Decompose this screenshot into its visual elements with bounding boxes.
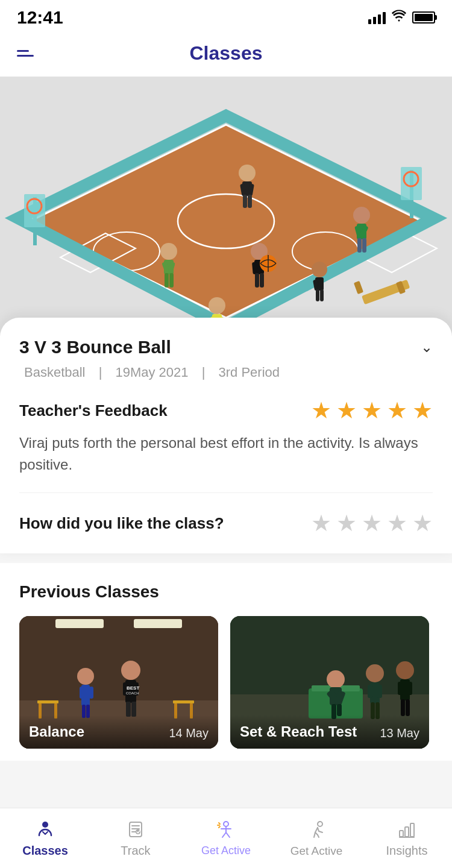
class-header: 3 V 3 Bounce Ball ⌄ <box>19 337 433 357</box>
svg-rect-24 <box>243 195 247 208</box>
svg-rect-103 <box>407 682 412 695</box>
svg-rect-56 <box>357 238 362 253</box>
class-card-reach[interactable]: Set & Reach Test 13 May <box>230 616 429 749</box>
svg-point-52 <box>353 207 370 224</box>
svg-text:BEST: BEST <box>127 685 139 691</box>
status-icons <box>368 10 435 25</box>
wifi-icon <box>392 10 406 25</box>
svg-rect-31 <box>169 273 174 288</box>
content-card: 3 V 3 Bounce Ball ⌄ Basketball | 19May 2… <box>0 318 452 553</box>
svg-rect-93 <box>337 704 342 716</box>
svg-text:COACH: COACH <box>126 691 139 695</box>
svg-rect-62 <box>134 619 182 628</box>
svg-rect-72 <box>89 687 93 699</box>
svg-rect-43 <box>260 273 264 288</box>
svg-point-26 <box>160 243 177 260</box>
class-date: 19May 2021 <box>115 365 188 380</box>
user-star-2[interactable]: ★ <box>336 510 357 536</box>
class-meta: Basketball | 19May 2021 | 3rd Period <box>19 365 433 380</box>
menu-button[interactable] <box>17 50 34 57</box>
battery-icon <box>412 11 435 24</box>
svg-rect-42 <box>255 273 259 288</box>
card-balance-name: Balance <box>29 723 84 740</box>
chevron-down-icon[interactable]: ⌄ <box>421 339 433 356</box>
teacher-star-4[interactable]: ★ <box>387 397 407 424</box>
nav-track-label: Track <box>121 844 150 858</box>
svg-rect-50 <box>316 289 319 301</box>
signal-icon <box>368 11 386 24</box>
svg-rect-125 <box>410 823 414 837</box>
status-bar: 12:41 <box>0 0 452 33</box>
page-title: Classes <box>190 42 263 64</box>
svg-point-100 <box>396 661 414 679</box>
nav-get-active-center-label: Get Active <box>201 844 251 857</box>
svg-rect-97 <box>377 685 382 698</box>
svg-rect-123 <box>400 831 403 837</box>
svg-point-88 <box>327 670 345 688</box>
svg-point-20 <box>239 165 256 181</box>
nav-classes-label: Classes <box>22 844 68 858</box>
user-star-3[interactable]: ★ <box>362 510 382 536</box>
user-stars: ★ ★ ★ ★ ★ <box>311 510 433 536</box>
nav-track[interactable]: Track <box>90 813 181 864</box>
svg-point-46 <box>312 262 327 277</box>
card-reach-name: Set & Reach Test <box>240 723 357 740</box>
user-star-1[interactable]: ★ <box>311 510 331 536</box>
nav-get-active[interactable]: Get Active <box>271 813 362 864</box>
svg-rect-71 <box>80 687 84 699</box>
svg-point-122 <box>318 822 322 826</box>
svg-rect-105 <box>406 699 410 716</box>
svg-rect-25 <box>248 195 252 208</box>
svg-point-114 <box>224 822 228 826</box>
nav-insights-label: Insights <box>386 844 428 858</box>
insights-icon <box>396 819 418 840</box>
svg-line-118 <box>226 832 230 837</box>
feedback-text: Viraj puts forth the personal best effor… <box>19 432 433 476</box>
svg-rect-124 <box>405 827 409 837</box>
svg-rect-51 <box>320 289 324 301</box>
svg-point-69 <box>77 668 94 685</box>
feedback-label: Teacher's Feedback <box>19 401 168 420</box>
class-title: 3 V 3 Bounce Ball <box>19 337 171 357</box>
classes-icon <box>34 819 56 840</box>
svg-rect-57 <box>362 238 366 253</box>
track-icon <box>125 819 146 840</box>
hero-image <box>0 77 452 336</box>
svg-point-75 <box>121 661 140 680</box>
nav-insights[interactable]: Insights <box>362 813 452 864</box>
header: Classes <box>0 33 452 77</box>
svg-rect-59 <box>19 616 218 700</box>
svg-rect-96 <box>368 685 373 698</box>
nav-get-active-center[interactable]: Get Active <box>181 813 271 863</box>
card-balance-date: 14 May <box>169 726 209 740</box>
svg-rect-102 <box>398 682 403 695</box>
previous-classes-section: Previous Classes <box>0 563 452 761</box>
teacher-star-2[interactable]: ★ <box>336 397 357 424</box>
svg-rect-63 <box>37 700 58 703</box>
nav-classes[interactable]: Classes <box>0 813 90 864</box>
class-card-balance[interactable]: BEST COACH Balance 14 May <box>19 616 218 749</box>
user-star-5[interactable]: ★ <box>412 510 433 536</box>
meta-separator-2: | <box>202 365 209 380</box>
teacher-star-5[interactable]: ★ <box>412 397 433 424</box>
classes-scroll-container[interactable]: BEST COACH Balance 14 May <box>19 616 433 761</box>
user-star-4[interactable]: ★ <box>387 510 407 536</box>
get-active-center-icon <box>215 819 237 841</box>
svg-point-94 <box>366 664 384 682</box>
rating-label: How did you like the class? <box>19 514 224 533</box>
nav-get-active-label: Get Active <box>290 844 343 858</box>
svg-line-121 <box>219 826 220 828</box>
class-sport: Basketball <box>24 365 86 380</box>
teacher-star-3[interactable]: ★ <box>362 397 382 424</box>
svg-rect-104 <box>401 699 405 716</box>
meta-separator-1: | <box>99 365 106 380</box>
card-reach-date: 13 May <box>380 726 419 740</box>
svg-point-113 <box>136 829 140 834</box>
rating-header: How did you like the class? ★ ★ ★ ★ ★ <box>19 510 433 536</box>
svg-line-119 <box>219 823 220 824</box>
teacher-stars: ★ ★ ★ ★ ★ <box>311 397 433 424</box>
status-time: 12:41 <box>17 7 63 28</box>
teacher-star-1[interactable]: ★ <box>311 397 331 424</box>
previous-classes-title: Previous Classes <box>19 582 433 602</box>
runner-icon <box>306 819 327 841</box>
